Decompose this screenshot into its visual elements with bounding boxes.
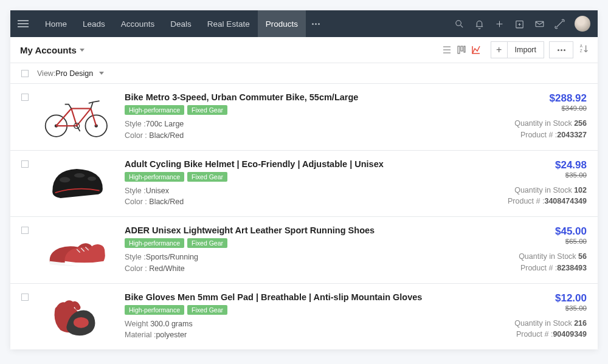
product-info: Bike Metro 3-Speed, Urban Commuter Bike,… [125, 92, 483, 142]
product-price: $24.98 [483, 159, 587, 171]
app-frame: Home Leads Accounts Deals Real Estate Pr… [10, 10, 598, 349]
product-stock: Quantity in Stock 56 [483, 251, 587, 263]
subheader-actions: + Import AZ [442, 41, 589, 58]
nav-real-estate[interactable]: Real Estate [199, 10, 258, 37]
search-icon[interactable] [454, 19, 465, 29]
menu-icon[interactable] [18, 18, 29, 29]
bike-icon [39, 92, 114, 141]
add-button[interactable]: + [491, 41, 508, 58]
product-old-price: $349.00 [483, 105, 587, 112]
product-old-price: $65.00 [483, 238, 587, 245]
nav-more-icon[interactable] [306, 10, 326, 37]
plus-icon[interactable] [494, 19, 505, 29]
product-stock: Quantity in Stock 216 [483, 318, 587, 329]
product-number: Product # :8238493 [483, 263, 587, 274]
svg-rect-12 [461, 46, 463, 51]
product-attr: Weight 300.0 grams [125, 318, 483, 330]
tag: Fixed Gear [187, 238, 227, 248]
view-value[interactable]: Pro Design [55, 69, 93, 78]
row-checkbox[interactable] [21, 160, 29, 168]
nav-accounts[interactable]: Accounts [113, 10, 163, 37]
canvas-view-icon[interactable] [471, 45, 481, 55]
product-thumbnail [37, 92, 116, 141]
product-tags: High-performance Fixed Gear [125, 238, 483, 248]
product-thumbnail [37, 225, 116, 274]
product-pricing: $288.92 $349.00 Quantity in Stock 256 Pr… [483, 92, 587, 142]
product-tags: High-performance Fixed Gear [125, 172, 483, 182]
product-info: Bike Gloves Men 5mm Gel Pad | Breathable… [125, 292, 483, 342]
svg-point-26 [74, 317, 89, 328]
product-title[interactable]: Bike Metro 3-Speed, Urban Commuter Bike,… [125, 92, 483, 102]
product-old-price: $35.00 [483, 171, 587, 179]
svg-point-25 [88, 176, 96, 180]
sort-icon[interactable]: AZ [578, 43, 589, 57]
import-button[interactable]: Import [508, 41, 544, 58]
product-row: Bike Metro 3-Speed, Urban Commuter Bike,… [10, 84, 598, 151]
product-info: Adult Cycling Bike Helmet | Eco-Friendly… [125, 159, 483, 208]
svg-rect-13 [464, 46, 465, 52]
shoes-icon [39, 225, 114, 274]
nav-home[interactable]: Home [37, 10, 75, 37]
product-tags: High-performance Fixed Gear [125, 305, 483, 315]
tag: Fixed Gear [187, 105, 227, 115]
product-stock: Quantity in Stock 102 [483, 185, 587, 196]
product-price: $45.00 [483, 225, 587, 238]
product-title[interactable]: Bike Gloves Men 5mm Gel Pad | Breathable… [125, 292, 483, 302]
svg-rect-11 [458, 46, 460, 53]
row-checkbox[interactable] [21, 227, 29, 234]
tag: Fixed Gear [187, 172, 227, 182]
select-all-checkbox[interactable] [21, 70, 29, 77]
product-number: Product # :2043327 [483, 129, 587, 141]
tools-icon[interactable] [554, 19, 565, 29]
product-attr: Style :Unisex [125, 185, 483, 197]
product-price: $288.92 [483, 92, 587, 105]
product-pricing: $12.00 $35.00 Quantity in Stock 216 Prod… [483, 292, 587, 342]
page-title-dropdown[interactable]: My Accounts [20, 45, 85, 55]
product-attr: Material :polyester [125, 329, 483, 341]
row-checkbox[interactable] [21, 294, 29, 301]
product-thumbnail [37, 159, 116, 208]
product-pricing: $45.00 $65.00 Quantity in Stock 56 Produ… [483, 225, 587, 275]
product-number: Product # :3408474349 [483, 196, 587, 207]
tag: High-performance [125, 172, 184, 182]
nav-deals[interactable]: Deals [162, 10, 199, 37]
helmet-icon [39, 159, 114, 208]
avatar[interactable] [575, 16, 590, 32]
mail-icon[interactable] [534, 19, 545, 29]
kanban-view-icon[interactable] [457, 45, 466, 55]
product-tags: High-performance Fixed Gear [125, 105, 483, 115]
chevron-down-icon[interactable] [99, 72, 104, 75]
svg-text:Z: Z [580, 49, 582, 53]
svg-text:A: A [580, 44, 583, 48]
product-row: Bike Gloves Men 5mm Gel Pad | Breathable… [10, 284, 598, 350]
row-checkbox[interactable] [21, 94, 29, 101]
more-actions-button[interactable] [549, 41, 573, 58]
nav-products[interactable]: Products [258, 10, 306, 37]
product-list: Bike Metro 3-Speed, Urban Commuter Bike,… [10, 84, 598, 349]
subheader: My Accounts + Import AZ [10, 37, 598, 63]
tag: Fixed Gear [187, 305, 227, 315]
product-title[interactable]: ADER Unisex Lightweight Art Leather Spor… [125, 225, 483, 235]
page-title: My Accounts [20, 45, 77, 55]
product-thumbnail [37, 292, 116, 341]
product-row: Adult Cycling Bike Helmet | Eco-Friendly… [10, 151, 598, 218]
chevron-down-icon [80, 49, 85, 52]
svg-line-1 [461, 25, 463, 27]
product-attr: Color : Black/Red [125, 130, 483, 142]
tag: High-performance [125, 105, 184, 115]
nav-leads[interactable]: Leads [75, 10, 113, 37]
list-view-icon[interactable] [442, 45, 452, 55]
topbar-actions [454, 16, 590, 32]
svg-point-0 [456, 20, 461, 26]
product-attr: Style :700c Large [125, 118, 483, 130]
svg-point-24 [74, 173, 85, 177]
product-attr: Color : Red/White [125, 263, 483, 275]
svg-point-23 [60, 177, 71, 182]
bell-icon[interactable] [474, 19, 485, 29]
calendar-icon[interactable] [514, 19, 525, 29]
product-title[interactable]: Adult Cycling Bike Helmet | Eco-Friendly… [125, 159, 483, 169]
view-label: View: [37, 69, 55, 78]
product-attr: Style :Sports/Running [125, 252, 483, 263]
view-switcher [442, 45, 481, 55]
tag: High-performance [125, 238, 184, 248]
